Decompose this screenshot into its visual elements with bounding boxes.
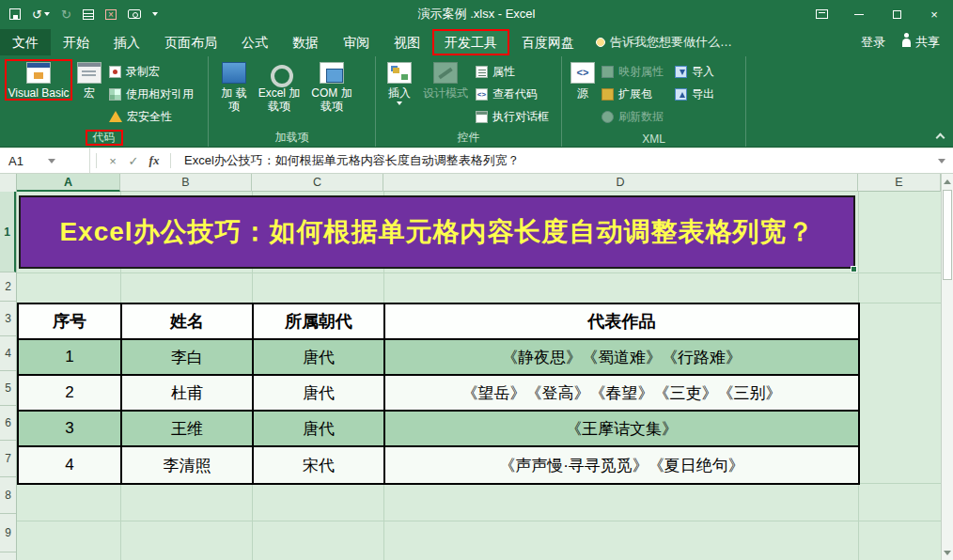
close-workbook-icon[interactable]: × (105, 9, 117, 20)
row-header-7[interactable]: 7 (0, 441, 16, 477)
refresh-data-button[interactable]: 刷新数据 (599, 107, 666, 126)
com-addins-button[interactable]: COM 加载项 (304, 59, 360, 115)
maximize-icon[interactable] (878, 0, 915, 28)
import-button[interactable]: 导入 (672, 62, 717, 81)
header-cell-no[interactable]: 序号 (18, 303, 121, 339)
cell-name[interactable]: 李清照 (121, 446, 253, 484)
scroll-up-icon[interactable] (942, 174, 953, 189)
title-banner-cell[interactable]: Excel办公技巧：如何根据单元格内容长度自动调整表格列宽？ (19, 195, 855, 269)
tell-me-box[interactable]: 告诉我您想要做什么… (596, 34, 732, 51)
xml-source-button[interactable]: <> 源 (567, 59, 599, 101)
cell-no[interactable]: 4 (18, 446, 121, 484)
header-cell-dynasty[interactable]: 所属朝代 (253, 303, 384, 339)
scrollbar-thumb[interactable] (943, 190, 952, 280)
select-all-corner[interactable] (0, 174, 17, 192)
tab-page-layout[interactable]: 页面布局 (152, 29, 229, 55)
cell-dynasty[interactable]: 唐代 (253, 339, 384, 375)
column-header-b[interactable]: B (120, 174, 252, 192)
row-header-2[interactable]: 2 (0, 272, 16, 302)
row-header-4[interactable]: 4 (0, 336, 16, 371)
addins-button[interactable]: 加 载项 (213, 59, 255, 115)
cell-works[interactable]: 《望岳》《登高》《春望》《三吏》《三别》 (384, 375, 859, 411)
confirm-entry-icon[interactable]: ✓ (123, 154, 144, 168)
macro-security-button[interactable]: 宏安全性 (106, 107, 196, 126)
cell-dynasty[interactable]: 唐代 (253, 375, 384, 411)
macro-security-label: 宏安全性 (127, 109, 172, 125)
view-code-button[interactable]: <>查看代码 (473, 85, 552, 103)
controls-group-label[interactable]: 控件 (376, 130, 561, 146)
formula-content[interactable]: Excel办公技巧：如何根据单元格内容长度自动调整表格列宽？ (177, 152, 938, 169)
undo-icon[interactable]: ↺ (32, 8, 50, 22)
column-header-c[interactable]: C (252, 174, 383, 192)
properties-button[interactable]: 属性 (473, 62, 552, 81)
tab-review[interactable]: 审阅 (331, 29, 382, 55)
scroll-down-icon[interactable] (942, 545, 953, 560)
column-header-a[interactable]: A (17, 174, 120, 192)
row-header-3[interactable]: 3 (0, 302, 16, 336)
cell-name[interactable]: 李白 (121, 339, 253, 375)
cell-works[interactable]: 《声声慢·寻寻觅觅》《夏日绝句》 (384, 446, 859, 484)
ribbon-display-options-icon[interactable] (803, 0, 840, 28)
share-button[interactable]: 共享 (902, 34, 940, 51)
expand-formula-bar-icon[interactable] (938, 159, 945, 163)
excel-addins-button[interactable]: Excel 加载项 (255, 59, 304, 115)
visual-basic-button[interactable]: Visual Basic (5, 59, 72, 101)
cell-no[interactable]: 1 (18, 339, 121, 375)
camera-icon[interactable] (128, 9, 141, 19)
table-header-row: 序号 姓名 所属朝代 代表作品 (18, 303, 859, 339)
header-cell-works[interactable]: 代表作品 (384, 303, 859, 339)
header-cell-name[interactable]: 姓名 (121, 303, 253, 339)
tab-baidu-netdisk[interactable]: 百度网盘 (509, 29, 586, 55)
insert-function-icon[interactable]: fx (144, 153, 164, 168)
column-header-d[interactable]: D (383, 174, 858, 192)
addins-group-label[interactable]: 加载项 (209, 130, 375, 146)
cancel-entry-icon[interactable]: × (102, 154, 123, 168)
row-header-1[interactable]: 1 (0, 192, 16, 272)
cell-no[interactable]: 2 (18, 375, 121, 411)
collapse-ribbon-icon[interactable] (936, 133, 945, 143)
tab-insert[interactable]: 插入 (102, 29, 152, 55)
save-icon[interactable] (9, 8, 21, 20)
tab-developer[interactable]: 开发工具 (432, 29, 509, 55)
row-header-6[interactable]: 6 (0, 406, 16, 441)
expansion-packs-button[interactable]: 扩展包 (599, 85, 666, 103)
tab-view[interactable]: 视图 (382, 29, 432, 55)
use-relative-references-button[interactable]: 使用相对引用 (106, 85, 196, 103)
row-header-9[interactable]: 9 (0, 514, 16, 552)
cell-no[interactable]: 3 (18, 411, 121, 446)
close-icon[interactable]: × (915, 0, 953, 28)
qat-customize-caret[interactable] (152, 12, 158, 16)
map-properties-button[interactable]: 映射属性 (599, 62, 666, 81)
minimize-icon[interactable] (840, 0, 878, 28)
name-box-caret (48, 159, 55, 163)
tab-file[interactable]: 文件 (0, 29, 51, 55)
macros-button[interactable]: 宏 (72, 59, 106, 101)
vertical-scrollbar[interactable] (941, 174, 953, 560)
row-header-8[interactable]: 8 (0, 477, 16, 514)
insert-control-button[interactable]: 插入 (381, 59, 418, 106)
tab-home[interactable]: 开始 (51, 29, 102, 55)
code-group-label[interactable]: 代码 (0, 130, 208, 146)
tab-formulas[interactable]: 公式 (229, 29, 280, 55)
design-mode-button[interactable]: 设计模式 (418, 59, 473, 101)
row-header-5[interactable]: 5 (0, 371, 16, 406)
cell-dynasty[interactable]: 宋代 (253, 446, 384, 484)
column-header-e[interactable]: E (858, 174, 941, 192)
cell-name[interactable]: 杜甫 (121, 375, 253, 411)
cell-works[interactable]: 《王摩诘文集》 (384, 411, 859, 446)
spreadsheet-grid[interactable]: 1 2 3 4 5 6 7 8 9 Excel办公技巧：如何根据单元格内容长度自… (0, 192, 941, 560)
cell-works[interactable]: 《静夜思》《蜀道难》《行路难》 (384, 339, 859, 375)
tab-data[interactable]: 数据 (280, 29, 331, 55)
run-dialog-button[interactable]: 执行对话框 (473, 107, 552, 126)
record-macro-button[interactable]: 录制宏 (106, 62, 196, 81)
cell-name[interactable]: 王维 (121, 411, 253, 446)
export-button[interactable]: 导出 (672, 85, 717, 103)
cell-dynasty[interactable]: 唐代 (253, 411, 384, 446)
table-icon[interactable] (83, 9, 94, 20)
login-button[interactable]: 登录 (861, 34, 885, 51)
xml-group-label[interactable]: XML (562, 132, 745, 146)
name-box[interactable]: A1 (0, 148, 90, 173)
redo-icon[interactable]: ↻ (61, 8, 71, 22)
fill-handle[interactable] (851, 266, 857, 272)
column-header-row: A B C D E (0, 174, 941, 192)
